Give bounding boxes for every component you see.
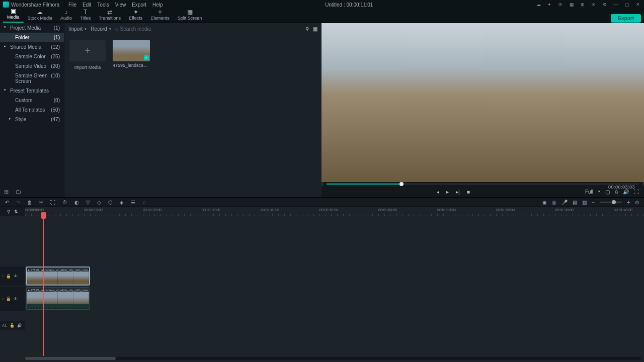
menu-edit[interactable]: Edit	[83, 2, 91, 8]
record-icon[interactable]: ◉	[542, 200, 547, 205]
keyframe-icon[interactable]: ◇	[97, 200, 101, 205]
export-button[interactable]: Export	[611, 14, 641, 23]
sidebar-item-shared-media[interactable]: Shared Media(12)	[0, 42, 64, 52]
sidebar-item-sample-green-screen[interactable]: Sample Green Screen(10)	[0, 71, 64, 86]
tab-audio[interactable]: ♪Audio	[56, 8, 76, 23]
playhead[interactable]	[43, 214, 44, 356]
zoom-in-icon[interactable]: +	[627, 200, 630, 205]
zoom-slider[interactable]	[600, 202, 622, 203]
close-icon[interactable]: ✕	[635, 2, 641, 8]
menu-export[interactable]: Export	[132, 2, 146, 8]
prev-frame-icon[interactable]: ◂	[437, 189, 439, 195]
tab-stock-media[interactable]: ☁Stock Media	[24, 8, 57, 23]
track-head-video1[interactable]: ▫🔓👁	[0, 287, 25, 311]
grid-icon[interactable]: ▦	[569, 2, 575, 8]
menu-file[interactable]: File	[68, 2, 76, 8]
lock-icon[interactable]: 🔓	[6, 297, 11, 301]
folder-icon[interactable]: 🗀	[16, 189, 21, 195]
speed-icon[interactable]: ⏱	[62, 200, 67, 205]
voiceover-icon[interactable]: 🎤	[561, 200, 568, 205]
mute-icon[interactable]: 🔊	[17, 323, 22, 328]
eye-icon[interactable]: 👁	[14, 274, 18, 279]
timeline-ruler[interactable]: 00:00:00:0000:00:10:0000:00:20:0000:00:3…	[25, 207, 644, 216]
delete-icon[interactable]: 🗑	[27, 200, 32, 205]
chevron-down-icon: ▾	[109, 27, 111, 31]
mixer-icon[interactable]: ◎	[552, 200, 556, 205]
tab-titles[interactable]: TTitles	[76, 8, 95, 23]
titles-icon: T	[84, 9, 87, 15]
search-input[interactable]: ⌕Search media	[115, 26, 301, 32]
redo-icon[interactable]: ↷	[16, 200, 20, 205]
audio-icon[interactable]: ♫	[142, 200, 146, 205]
mail-icon[interactable]: ✉	[591, 2, 597, 8]
eye-icon[interactable]: 👁	[14, 297, 18, 301]
grid-view-icon[interactable]: ▦	[313, 26, 317, 32]
split-icon[interactable]: ✂	[39, 200, 43, 205]
timeline-options[interactable]: ⚲ ⇅	[0, 207, 25, 216]
new-bin-icon[interactable]: ⊞	[4, 189, 9, 195]
settings-icon[interactable]: ⚙	[602, 2, 608, 8]
quality-label[interactable]: Full	[585, 189, 593, 195]
color-icon[interactable]: ◐	[74, 200, 79, 205]
menu-help[interactable]: Help	[152, 2, 163, 8]
media-panel: Import▾ Record▾ ⌕Search media ⚲ ▦ + Impo…	[64, 23, 321, 197]
green-screen-icon[interactable]: ▽	[86, 200, 90, 205]
media-clip[interactable]: ✓ 47595_landscape_of_...	[113, 40, 150, 68]
import-dropdown[interactable]: Import▾	[68, 26, 87, 32]
tab-transitions[interactable]: ⇄Transitions	[95, 8, 125, 23]
tab-effects[interactable]: ✦Effects	[125, 8, 146, 23]
sidebar-item-sample-video[interactable]: Sample Video(20)	[0, 61, 64, 71]
sidebar-item-sample-color[interactable]: Sample Color(25)	[0, 52, 64, 61]
lock-icon[interactable]: 🔓	[6, 274, 11, 279]
display-icon[interactable]: ▢	[605, 189, 610, 195]
tab-split-screen[interactable]: ▦Split Screen	[174, 8, 206, 23]
sidebar-item-project-media[interactable]: Project Media(1)	[0, 23, 64, 33]
filter-icon[interactable]: ⚲	[305, 26, 309, 32]
stop-icon[interactable]: ■	[467, 189, 470, 195]
record-dropdown[interactable]: Record▾	[91, 26, 111, 32]
marker-icon[interactable]: ◈	[120, 200, 124, 205]
sidebar-item-preset-templates[interactable]: Preset Templates	[0, 86, 64, 96]
zoom-out-icon[interactable]: −	[592, 200, 595, 205]
lock-icon[interactable]: 🔓	[10, 323, 15, 328]
zoom-fit-icon[interactable]: ⊙	[635, 200, 639, 205]
cloud-icon[interactable]: ☁	[535, 2, 541, 8]
crop-icon[interactable]: ⛶	[50, 200, 55, 205]
more-icon[interactable]: ☰	[131, 200, 135, 205]
media-sidebar: ▾Project Media(1) Folder(1) ▸Shared Medi…	[0, 23, 64, 197]
timeline: ⚲ ⇅ 00:00:00:0000:00:10:0000:00:20:0000:…	[0, 207, 644, 361]
menu-tools[interactable]: Tools	[97, 2, 109, 8]
tab-elements[interactable]: ✧Elements	[146, 8, 174, 23]
sparkle-icon[interactable]: ✦	[546, 2, 552, 8]
mask-icon[interactable]: ⬡	[108, 200, 113, 205]
track-icon[interactable]: ▥	[582, 200, 587, 205]
volume-icon[interactable]: 🔊	[623, 189, 629, 195]
transitions-icon: ⇄	[107, 9, 112, 15]
maximize-icon[interactable]: ▢	[624, 2, 630, 8]
sidebar-item-folder[interactable]: Folder(1)	[0, 33, 64, 42]
sidebar-item-custom[interactable]: Custom(0)	[0, 96, 64, 105]
timeline-scrollbar[interactable]	[25, 357, 641, 360]
refresh-icon[interactable]: ⟳	[557, 2, 564, 8]
snapshot-icon[interactable]: ⎙	[615, 189, 618, 195]
undo-icon[interactable]: ↶	[5, 200, 9, 205]
menubar: File Edit Tools View Export Help	[68, 2, 163, 8]
timeline-clip-overlay[interactable]: ▸ 47595_landscape_of_white_city_with_riv…	[26, 267, 90, 285]
mark-in-icon[interactable]: {	[321, 181, 323, 186]
fullscreen-icon[interactable]: ⛶	[634, 189, 639, 195]
sidebar-item-all-templates[interactable]: All Templates(50)	[0, 105, 64, 115]
preview-scrubber[interactable]: { }	[327, 182, 639, 186]
store-icon[interactable]: ⊞	[580, 2, 586, 8]
menu-view[interactable]: View	[115, 2, 126, 8]
import-media-button[interactable]: +	[69, 40, 106, 61]
effects-icon: ✦	[133, 9, 138, 15]
preview-video[interactable]	[321, 23, 644, 182]
timeline-clip-audio[interactable]	[26, 304, 90, 310]
track-head-audio[interactable]: A1🔓🔊	[0, 321, 25, 330]
play-icon[interactable]: ▸	[446, 189, 449, 195]
render-icon[interactable]: ▤	[573, 200, 577, 205]
track-head-video2[interactable]: ▫🔓👁	[0, 266, 25, 286]
minimize-icon[interactable]: —	[613, 2, 619, 8]
next-frame-icon[interactable]: ▸|	[456, 189, 460, 195]
tab-media[interactable]: ▣Media	[3, 7, 24, 23]
